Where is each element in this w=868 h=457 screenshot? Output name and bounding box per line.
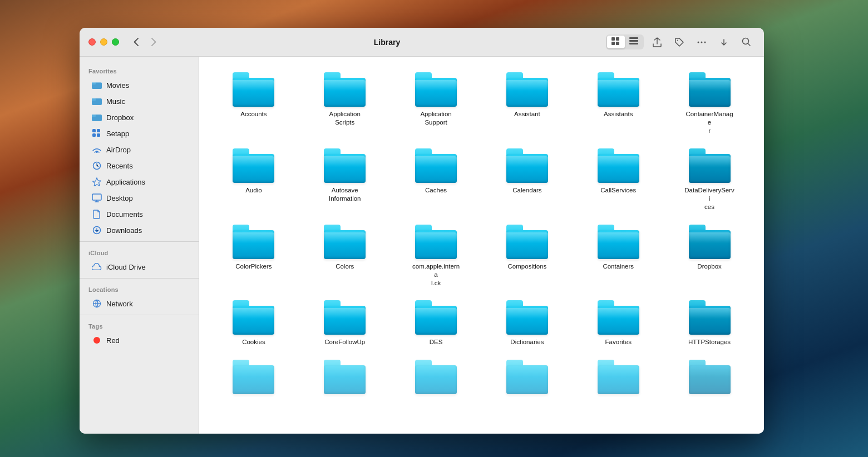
folder-partial-5[interactable] — [575, 355, 662, 402]
music-label: Music — [106, 97, 125, 106]
locations-label: Locations — [80, 282, 199, 295]
folder-call-services[interactable]: CallServices — [575, 144, 662, 199]
folder-icon — [598, 72, 639, 107]
svg-point-8 — [698, 41, 699, 43]
tag-button[interactable] — [670, 34, 688, 50]
sidebar: Favorites Movies Music Dropbox — [80, 57, 199, 434]
applications-label: Applications — [106, 178, 145, 186]
folder-icon — [689, 148, 731, 183]
folder-assistant[interactable]: Assistant — [484, 68, 570, 123]
sidebar-item-airdrop[interactable]: AirDrop — [83, 142, 195, 157]
sidebar-item-setapp[interactable]: Setapp — [83, 126, 195, 141]
cloud-icon — [92, 262, 102, 272]
red-tag-label: Red — [106, 336, 120, 345]
folder-icon — [324, 225, 366, 259]
desktop-label: Desktop — [106, 194, 133, 202]
list-view-button[interactable] — [625, 36, 643, 48]
folder-cookies[interactable]: Cookies — [210, 296, 297, 351]
sidebar-item-red-tag[interactable]: Red — [83, 332, 195, 348]
folder-compositions[interactable]: Compositions — [484, 220, 570, 275]
network-label: Network — [106, 300, 133, 308]
red-tag-icon — [92, 335, 102, 345]
sidebar-divider-2 — [80, 278, 199, 279]
search-button[interactable] — [737, 34, 755, 50]
share-button[interactable] — [648, 34, 666, 50]
folder-partial-3[interactable] — [393, 355, 480, 402]
nav-buttons — [128, 34, 161, 50]
setapp-label: Setapp — [106, 130, 129, 138]
sidebar-item-recents[interactable]: Recents — [83, 158, 195, 173]
maximize-button[interactable] — [112, 38, 119, 46]
forward-button[interactable] — [146, 34, 161, 50]
folder-name: ApplicationSupport — [420, 110, 451, 127]
folder-icon — [233, 148, 274, 183]
svg-rect-1 — [616, 37, 619, 41]
folder-assistants[interactable]: Assistants — [575, 68, 662, 123]
folder-icon — [598, 148, 639, 183]
folder-favorites[interactable]: Favorites — [575, 296, 662, 351]
sidebar-item-downloads[interactable]: Downloads — [83, 222, 195, 238]
folder-http-storages[interactable]: HTTPStorages — [666, 296, 753, 351]
folder-caches[interactable]: Caches — [393, 144, 480, 199]
folder-application-support[interactable]: ApplicationSupport — [393, 68, 480, 131]
minimize-button[interactable] — [100, 38, 107, 46]
folder-name: ContainerManager — [684, 110, 734, 135]
folder-core-follow-up[interactable]: CoreFollowUp — [302, 296, 388, 351]
folder-application-scripts[interactable]: ApplicationScripts — [302, 68, 388, 131]
favorites-label: Favorites — [80, 63, 199, 77]
sidebar-item-icloud-drive[interactable]: iCloud Drive — [83, 259, 195, 275]
folder-des[interactable]: DES — [393, 296, 480, 351]
clock-icon — [92, 161, 102, 171]
folder-name: DataDeliveryServices — [684, 186, 734, 211]
sidebar-item-desktop[interactable]: Desktop — [83, 190, 195, 206]
folder-partial-6[interactable] — [666, 355, 753, 402]
sidebar-item-dropbox[interactable]: Dropbox — [83, 110, 195, 125]
icon-view-button[interactable] — [607, 36, 625, 48]
content-area: Favorites Movies Music Dropbox — [80, 57, 764, 434]
folder-icon — [689, 300, 731, 335]
more-button[interactable] — [693, 34, 711, 50]
close-button[interactable] — [88, 38, 96, 46]
sidebar-item-movies[interactable]: Movies — [83, 77, 195, 93]
folder-icon — [689, 360, 731, 394]
folder-name: Colors — [336, 262, 354, 271]
sidebar-divider-1 — [80, 241, 199, 242]
folder-data-delivery-services[interactable]: DataDeliveryServices — [666, 144, 753, 216]
folder-name: ColorPickers — [235, 262, 272, 271]
folder-name: Containers — [603, 262, 634, 271]
folder-icon — [506, 300, 548, 335]
folder-com-apple-internal-ck[interactable]: com.apple.internal.ck — [393, 220, 480, 292]
folder-colors[interactable]: Colors — [302, 220, 388, 275]
folder-container-manager[interactable]: ContainerManager — [666, 68, 753, 140]
folder-accounts[interactable]: Accounts — [210, 68, 297, 123]
folder-name: DES — [430, 338, 443, 346]
folder-icon — [415, 225, 457, 259]
folder-audio[interactable]: Audio — [210, 144, 297, 199]
sidebar-item-network[interactable]: Network — [83, 296, 195, 311]
downloads-label: Downloads — [106, 226, 142, 235]
folder-autosave-information[interactable]: AutosaveInformation — [302, 144, 388, 207]
folder-calendars[interactable]: Calendars — [484, 144, 570, 199]
sort-button[interactable] — [715, 34, 733, 50]
folder-containers[interactable]: Containers — [575, 220, 662, 275]
sidebar-item-applications[interactable]: Applications — [83, 174, 195, 190]
folder-icon — [506, 225, 548, 259]
folder-icon — [689, 225, 731, 259]
folder-dictionaries[interactable]: Dictionaries — [484, 296, 570, 351]
globe-icon — [92, 299, 102, 309]
folder-name: Calendars — [512, 186, 541, 195]
folder-icon — [92, 96, 102, 106]
folder-name: Dropbox — [697, 262, 721, 271]
folder-name: Assistants — [604, 110, 633, 118]
folder-dropbox[interactable]: Dropbox — [666, 220, 753, 275]
folder-partial-1[interactable] — [210, 355, 297, 402]
svg-rect-4 — [629, 37, 638, 39]
folder-partial-2[interactable] — [302, 355, 388, 402]
folder-color-pickers[interactable]: ColorPickers — [210, 220, 297, 275]
sidebar-item-documents[interactable]: Documents — [83, 206, 195, 222]
svg-rect-3 — [616, 42, 619, 45]
sidebar-item-music[interactable]: Music — [83, 93, 195, 109]
back-button[interactable] — [128, 34, 144, 50]
svg-rect-20 — [97, 129, 100, 132]
folder-partial-4[interactable] — [484, 355, 570, 402]
